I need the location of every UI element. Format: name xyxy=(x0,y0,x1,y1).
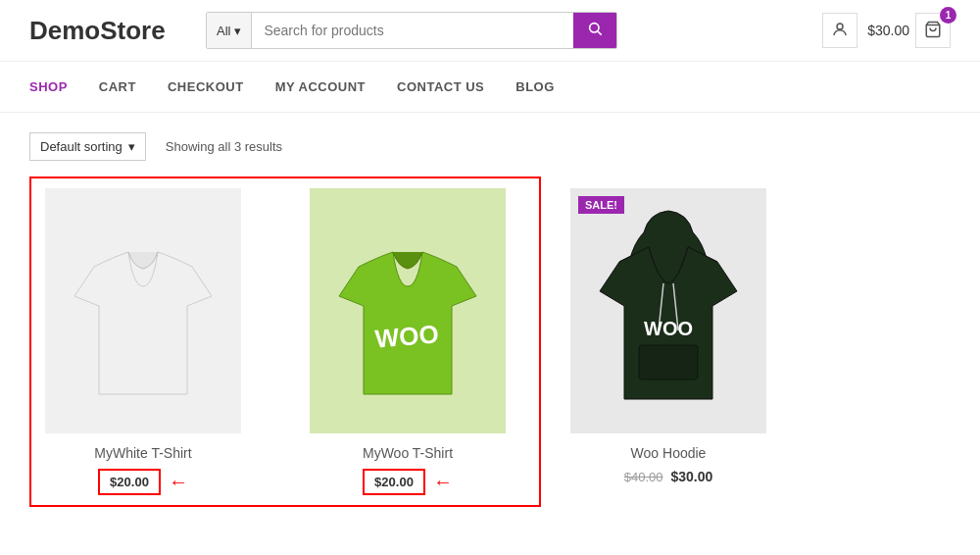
main-content: Default sorting ▾ Showing all 3 results xyxy=(0,113,980,527)
cart-button[interactable]: 1 xyxy=(915,13,951,48)
store-logo[interactable]: DemoStore xyxy=(29,16,186,46)
sort-dropdown[interactable]: Default sorting ▾ xyxy=(29,132,146,161)
header: DemoStore All ▾ $30.00 xyxy=(0,0,980,62)
toolbar: Default sorting ▾ Showing all 3 results xyxy=(29,132,951,161)
product-name: MyWoo T-Shirt xyxy=(310,445,506,461)
product-image-white-tshirt xyxy=(45,188,241,433)
product-image-hoodie: SALE! WOO xyxy=(570,188,766,433)
nav-checkout[interactable]: CHECKOUT xyxy=(152,62,260,112)
svg-point-0 xyxy=(590,24,599,32)
product-name: Woo Hoodie xyxy=(570,445,766,461)
svg-text:WOO: WOO xyxy=(374,319,440,354)
svg-rect-5 xyxy=(639,345,698,379)
user-account-button[interactable] xyxy=(822,13,858,48)
search-button[interactable] xyxy=(573,13,616,48)
highlighted-products-group: MyWhite T-Shirt $20.00 ← WOO M xyxy=(29,177,541,507)
cart-badge: 1 xyxy=(940,7,956,24)
price-wrapper: $20.00 ← xyxy=(45,469,241,495)
svg-point-2 xyxy=(837,24,843,29)
sale-price: $30.00 xyxy=(670,469,712,484)
results-count: Showing all 3 results xyxy=(166,139,282,154)
navigation: SHOP CART CHECKOUT MY ACCOUNT CONTACT US… xyxy=(0,62,980,113)
nav-cart[interactable]: CART xyxy=(83,62,152,112)
nav-shop[interactable]: SHOP xyxy=(29,62,83,112)
svg-line-1 xyxy=(598,31,602,35)
search-bar: All ▾ xyxy=(206,12,617,49)
product-name: MyWhite T-Shirt xyxy=(45,445,241,461)
original-price: $40.00 xyxy=(624,470,663,484)
sale-badge: SALE! xyxy=(578,196,624,214)
nav-my-account[interactable]: MY ACCOUNT xyxy=(260,62,381,112)
product-price: $20.00 xyxy=(98,469,161,495)
search-category-selector[interactable]: All ▾ xyxy=(207,13,252,48)
products-area: MyWhite T-Shirt $20.00 ← WOO M xyxy=(29,177,951,507)
nav-blog[interactable]: BLOG xyxy=(500,62,570,112)
cart-section[interactable]: $30.00 1 xyxy=(867,13,951,48)
price-arrow-icon: ← xyxy=(169,471,188,493)
product-card[interactable]: SALE! WOO Woo Hoodie $40. xyxy=(570,177,766,484)
svg-text:WOO: WOO xyxy=(644,318,693,339)
search-icon xyxy=(587,21,603,40)
nav-contact-us[interactable]: CONTACT US xyxy=(381,62,500,112)
search-input[interactable] xyxy=(252,13,573,48)
user-icon xyxy=(831,21,849,41)
price-arrow-icon: ← xyxy=(433,471,453,493)
header-right: $30.00 1 xyxy=(822,13,951,48)
product-price: $20.00 xyxy=(363,469,425,495)
price-wrapper: $40.00 $30.00 xyxy=(570,469,766,484)
product-image-woo-tshirt: WOO xyxy=(310,188,506,433)
cart-icon xyxy=(924,21,942,41)
price-wrapper: $20.00 ← xyxy=(310,469,506,495)
chevron-down-icon: ▾ xyxy=(234,24,241,38)
sort-label: Default sorting xyxy=(40,139,122,154)
chevron-down-icon: ▾ xyxy=(128,139,135,154)
category-label: All xyxy=(217,24,230,38)
product-card[interactable]: MyWhite T-Shirt $20.00 ← xyxy=(45,188,241,495)
product-card[interactable]: WOO MyWoo T-Shirt $20.00 ← xyxy=(310,188,506,495)
cart-amount: $30.00 xyxy=(867,23,909,38)
